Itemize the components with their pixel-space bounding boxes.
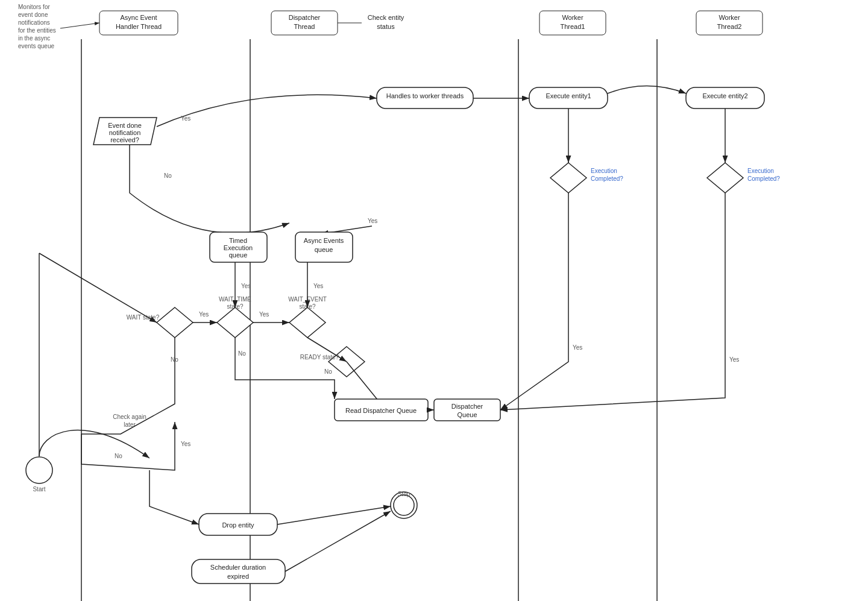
exec-complete2-label: Execution — [747, 168, 774, 174]
svg-marker-22 — [707, 163, 743, 193]
lane-header-async2: Handler Thread — [116, 23, 162, 30]
exec-complete2-label2: Completed? — [747, 175, 780, 182]
svg-rect-43 — [192, 559, 285, 584]
svg-marker-20 — [550, 163, 587, 193]
flowchart-svg: Async Event Handler Thread Dispatcher Th… — [0, 0, 868, 601]
yes-wait: Yes — [199, 311, 209, 318]
drop-entity-label: Drop entity — [222, 521, 254, 529]
no-wait-time: No — [238, 350, 246, 357]
scheduler-duration-label: Scheduler duration — [210, 564, 266, 571]
check-entity-status-label: Check entity — [368, 14, 404, 21]
timed-exec-label: Timed — [229, 237, 247, 244]
yes-exec2: Yes — [729, 356, 739, 363]
desc-event-done: event done — [18, 11, 48, 18]
svg-line-41 — [39, 253, 157, 323]
lane-header-dispatcher2: Thread — [294, 23, 315, 30]
yes-async: Yes — [313, 283, 323, 289]
desc-in-async: in the async — [18, 35, 50, 42]
start-label: Start — [33, 486, 45, 492]
event-done-label2: notification — [109, 129, 141, 136]
lane-header-async: Async Event — [120, 14, 157, 21]
svg-marker-29 — [289, 307, 326, 338]
stop-label: Stop — [398, 491, 410, 497]
lane-header-worker1b: Thread1 — [561, 23, 585, 30]
exec-complete1-label2: Completed? — [591, 175, 623, 182]
execute-entity2-label: Execute entity2 — [702, 92, 747, 99]
read-dispatcher-label: Read Dispatcher Queue — [345, 407, 417, 414]
async-events-label: Async Events — [304, 237, 344, 244]
diagram-container: Async Event Handler Thread Dispatcher Th… — [0, 0, 868, 601]
event-done-label3: received? — [110, 136, 139, 143]
ready-state-label: READY state? — [300, 354, 339, 360]
lane-header-worker2b: Thread2 — [717, 23, 742, 30]
svg-line-44 — [277, 506, 391, 524]
svg-marker-28 — [217, 307, 253, 338]
desc-events-queue: events queue — [18, 43, 54, 49]
execute-entity1-label: Execute entity1 — [546, 92, 591, 99]
check-again-label: Check again — [113, 414, 146, 420]
async-events-label2: queue — [315, 246, 333, 253]
yes-label-1: Yes — [181, 115, 190, 122]
no-ready: No — [324, 368, 332, 375]
svg-point-14 — [394, 495, 414, 515]
lane-header-worker1: Worker — [562, 14, 583, 21]
no-label-1: No — [164, 172, 172, 179]
svg-marker-27 — [157, 307, 193, 338]
yes-loop: Yes — [181, 441, 190, 447]
lane-header-dispatcher: Dispatcher — [289, 14, 321, 21]
desc-monitors: Monitors for — [18, 4, 50, 10]
dispatcher-queue-label2: Queue — [457, 411, 477, 418]
dispatcher-queue-label: Dispatcher — [451, 403, 483, 410]
timed-exec-label3: queue — [229, 251, 248, 259]
desc-notifications: notifications — [18, 19, 50, 26]
yes-label-dispatcher: Yes — [368, 218, 377, 224]
yes-wait-time: Yes — [259, 311, 269, 318]
lane-header-worker2: Worker — [719, 14, 740, 21]
scheduler-duration-label2: expired — [227, 573, 249, 580]
svg-point-12 — [26, 457, 52, 483]
no-wait-state: No — [171, 356, 178, 363]
exec-complete1-label: Execution — [591, 168, 617, 174]
svg-line-9 — [60, 23, 99, 28]
yes-timed: Yes — [241, 283, 251, 289]
timed-exec-label2: Execution — [224, 244, 253, 251]
desc-for-entities: for the entities — [18, 27, 56, 34]
yes-exec1: Yes — [573, 344, 582, 351]
handles-workers-label: Handles to worker threads — [386, 92, 464, 99]
check-entity-status-label2: status — [377, 23, 395, 30]
no-start: No — [115, 453, 122, 459]
event-done-label: Event done — [108, 122, 142, 129]
wait-state-label: WAIT state? — [127, 314, 160, 321]
